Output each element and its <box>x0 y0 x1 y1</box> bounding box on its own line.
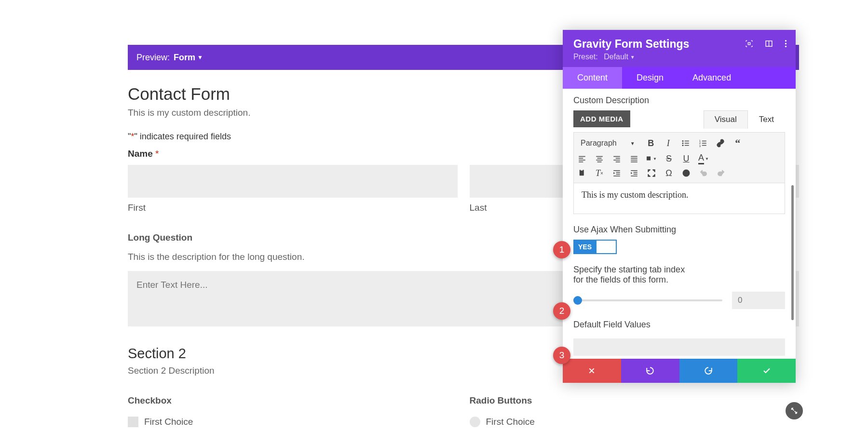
panel-header: Gravity Form Settings Preset: Default ▼ <box>563 30 796 67</box>
svg-rect-43 <box>631 170 637 171</box>
svg-rect-24 <box>596 160 603 161</box>
slider-thumb[interactable] <box>573 296 582 305</box>
svg-point-8 <box>682 143 683 144</box>
annotation-marker-1: 1 <box>553 241 570 258</box>
svg-point-10 <box>682 145 683 146</box>
table-icon[interactable]: ▼ <box>646 153 657 164</box>
svg-point-4 <box>785 43 787 44</box>
svg-rect-23 <box>597 158 602 159</box>
svg-rect-15 <box>702 143 706 144</box>
svg-point-49 <box>687 172 688 173</box>
tabindex-label: Specify the starting tab index for the f… <box>573 265 785 285</box>
svg-point-5 <box>785 46 787 47</box>
emoji-icon[interactable] <box>681 168 692 178</box>
italic-icon[interactable]: I <box>663 138 674 148</box>
ajax-toggle[interactable]: YES <box>573 240 617 254</box>
add-media-button[interactable]: ADD MEDIA <box>573 110 630 127</box>
align-justify-icon[interactable] <box>629 153 639 164</box>
tabindex-value[interactable]: 0 <box>732 292 785 309</box>
first-name-input[interactable] <box>128 165 458 198</box>
underline-icon[interactable]: U <box>681 153 692 164</box>
format-select[interactable]: Paragraph▼ <box>577 137 639 149</box>
panel-body: Custom Description ADD MEDIA Visual Text… <box>563 89 796 359</box>
tab-content[interactable]: Content <box>563 67 622 89</box>
link-icon[interactable] <box>715 138 726 148</box>
svg-rect-39 <box>613 170 620 171</box>
redo-button[interactable] <box>679 359 738 383</box>
svg-rect-25 <box>597 162 602 162</box>
svg-rect-46 <box>631 176 637 176</box>
radio-option[interactable]: First Choice <box>470 417 800 427</box>
preview-mode-dropdown[interactable]: Form ▼ <box>174 53 203 63</box>
svg-rect-28 <box>613 160 620 161</box>
custom-description-label: Custom Description <box>573 95 785 106</box>
default-values-input[interactable] <box>573 338 785 356</box>
svg-rect-32 <box>631 160 637 161</box>
editor-tab-visual[interactable]: Visual <box>704 110 748 129</box>
svg-rect-18 <box>579 156 585 157</box>
svg-rect-30 <box>631 156 637 157</box>
undo-icon[interactable] <box>698 168 709 178</box>
svg-rect-26 <box>613 156 620 157</box>
svg-rect-29 <box>616 162 620 162</box>
svg-rect-22 <box>596 156 603 157</box>
cancel-button[interactable] <box>563 359 621 383</box>
checkbox-option[interactable]: First Choice <box>128 417 458 427</box>
fullscreen-icon[interactable] <box>646 168 657 178</box>
bullet-list-icon[interactable] <box>680 138 691 148</box>
align-right-icon[interactable] <box>611 153 622 164</box>
clear-format-icon[interactable]: T× <box>594 168 605 178</box>
indent-icon[interactable] <box>629 168 639 178</box>
number-list-icon[interactable]: 123 <box>698 138 708 148</box>
bold-icon[interactable]: B <box>646 138 656 148</box>
radio-group-label: Radio Buttons <box>470 395 800 406</box>
svg-rect-31 <box>631 158 637 159</box>
fullscreen-toggle-button[interactable] <box>786 402 803 419</box>
undo-button[interactable] <box>621 359 679 383</box>
checkbox-option-label: First Choice <box>144 417 193 427</box>
paste-icon[interactable] <box>577 168 587 178</box>
toggle-knob <box>597 240 617 254</box>
svg-rect-13 <box>702 141 706 142</box>
checkbox-group-label: Checkbox <box>128 395 458 406</box>
columns-icon[interactable] <box>765 40 773 50</box>
editor-toolbar: Paragraph▼ B I 123 “ ▼ S U A▼ <box>573 132 785 183</box>
redo-icon[interactable] <box>716 168 726 178</box>
radio-option-label: First Choice <box>486 417 535 427</box>
svg-rect-17 <box>702 145 706 146</box>
svg-rect-19 <box>579 158 583 159</box>
editor-tab-text[interactable]: Text <box>748 110 785 129</box>
svg-rect-44 <box>634 172 637 173</box>
tab-design[interactable]: Design <box>622 67 678 89</box>
svg-rect-0 <box>748 42 750 44</box>
svg-rect-11 <box>684 145 689 146</box>
scrollbar[interactable] <box>791 185 794 320</box>
svg-rect-20 <box>579 160 585 161</box>
editor-content[interactable]: This is my custom description. <box>573 183 785 214</box>
preset-dropdown[interactable]: Preset: Default ▼ <box>573 53 635 61</box>
settings-panel: Gravity Form Settings Preset: Default ▼ … <box>563 30 796 383</box>
expand-icon[interactable] <box>745 40 753 50</box>
tabindex-slider[interactable] <box>573 299 722 301</box>
strikethrough-icon[interactable]: S <box>664 153 674 164</box>
svg-rect-42 <box>613 176 620 176</box>
quote-icon[interactable]: “ <box>732 138 743 148</box>
svg-rect-7 <box>684 141 689 142</box>
svg-text:3: 3 <box>699 145 701 148</box>
more-icon[interactable] <box>785 40 787 50</box>
chevron-down-icon: ▼ <box>197 54 203 61</box>
align-center-icon[interactable] <box>594 153 605 164</box>
svg-point-3 <box>785 40 787 41</box>
text-color-icon[interactable]: A▼ <box>698 153 709 164</box>
default-values-label: Default Field Values <box>573 320 785 330</box>
svg-rect-41 <box>616 174 620 175</box>
panel-tabs: Content Design Advanced <box>563 67 796 89</box>
special-char-icon[interactable]: Ω <box>664 168 674 178</box>
confirm-button[interactable] <box>737 359 796 383</box>
outdent-icon[interactable] <box>611 168 622 178</box>
panel-footer <box>563 359 796 383</box>
align-left-icon[interactable] <box>577 153 587 164</box>
tab-advanced[interactable]: Advanced <box>678 67 746 89</box>
annotation-marker-2: 2 <box>553 302 570 320</box>
preview-label: Preview: <box>136 53 170 63</box>
